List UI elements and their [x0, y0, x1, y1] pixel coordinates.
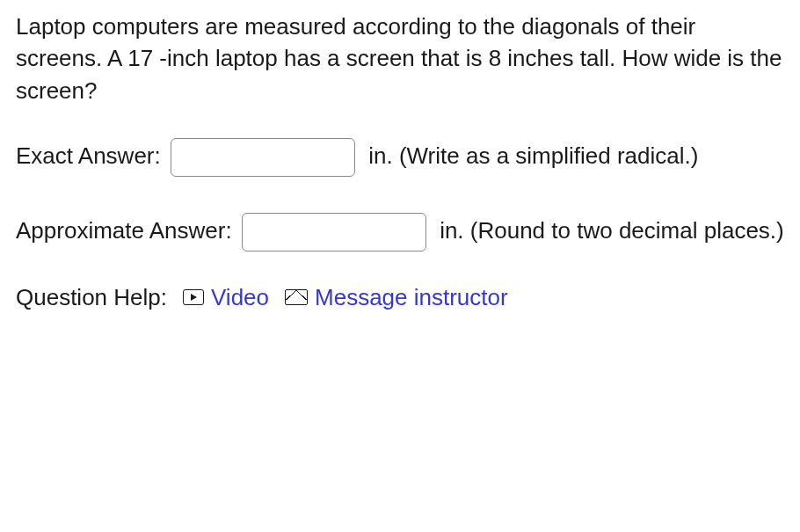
video-play-icon: [183, 289, 204, 305]
question-help-label: Question Help:: [16, 281, 167, 313]
mail-icon: [285, 289, 308, 305]
approx-answer-label: Approximate Answer:: [16, 217, 238, 244]
approx-answer-unit-hint: in. (Round to two decimal places.): [440, 217, 784, 244]
video-help-text: Video: [211, 281, 269, 313]
question-help-row: Question Help: Video Message instructor: [16, 281, 784, 313]
exact-answer-unit-hint: in. (Write as a simplified radical.): [368, 142, 698, 169]
problem-statement: Laptop computers are measured according …: [16, 11, 784, 106]
exact-answer-input[interactable]: [171, 138, 355, 177]
approx-answer-input[interactable]: [242, 213, 426, 251]
message-instructor-link[interactable]: Message instructor: [285, 281, 508, 313]
approx-answer-block: Approximate Answer: in. (Round to two de…: [16, 206, 784, 256]
video-help-link[interactable]: Video: [183, 281, 269, 313]
exact-answer-block: Exact Answer: in. (Write as a simplified…: [16, 131, 784, 181]
exact-answer-label: Exact Answer:: [16, 142, 167, 169]
message-instructor-text: Message instructor: [315, 281, 508, 313]
